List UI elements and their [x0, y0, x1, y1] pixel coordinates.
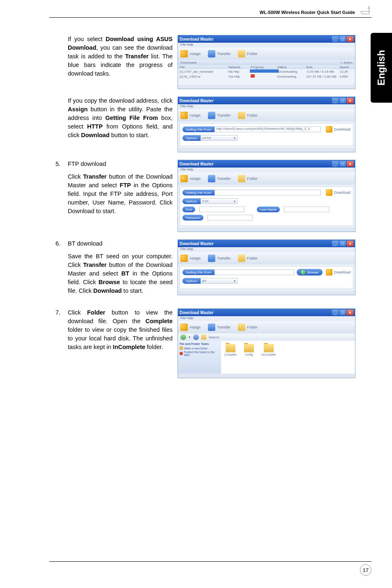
options-label: Options	[182, 278, 201, 284]
screenshot-bt: Download Master _□× File Help Assign Tra…	[178, 239, 355, 295]
back-icon[interactable]	[180, 334, 186, 340]
folder-icon	[244, 344, 254, 352]
folder-button[interactable]: Folder	[238, 175, 258, 182]
minimize-icon[interactable]: _	[332, 310, 339, 315]
screenshot-http-assign: Download Master _□× File Help Assign Tra…	[178, 96, 355, 152]
folder-complete[interactable]: Complete	[224, 344, 237, 370]
getting-file-label: Getting File From	[182, 126, 214, 132]
language-tab: English	[371, 33, 392, 103]
url-input[interactable]: http://dlsvr03.asus.com/pub/ASUS/wireles…	[214, 126, 321, 132]
options-label: Options	[182, 198, 201, 204]
task-item[interactable]: Make a new folder	[180, 347, 219, 350]
folder-icon	[238, 50, 245, 57]
language-label: English	[376, 50, 387, 86]
list-item-5-body: Click Transfer button of the Download Ma…	[68, 172, 173, 216]
page-number: 17	[360, 564, 371, 576]
close-icon[interactable]: ×	[347, 310, 353, 315]
password-label: Password	[182, 215, 203, 220]
up-folder-icon[interactable]	[201, 335, 206, 340]
folder-icon	[226, 344, 235, 352]
transfer-button[interactable]: Transfer	[208, 324, 231, 331]
assign-button[interactable]: Assign	[180, 324, 201, 331]
folder-button[interactable]: Folder	[238, 50, 258, 57]
folder-config[interactable]: config	[244, 344, 254, 370]
user-input[interactable]	[284, 207, 329, 212]
progress-bar	[251, 74, 255, 78]
transfer-button[interactable]: Transfer	[208, 112, 231, 119]
bt-input[interactable]	[214, 269, 294, 275]
folder-icon	[264, 344, 274, 352]
browse-button[interactable]: Browse	[297, 269, 323, 276]
close-icon[interactable]: ×	[347, 241, 353, 246]
progress-bar	[250, 69, 279, 73]
task-item[interactable]: Publish this folder to the Web	[180, 351, 219, 356]
port-label: Port	[182, 207, 195, 212]
getting-file-label: Getting File From	[182, 269, 214, 275]
status-bar	[178, 85, 355, 89]
explorer-nav: ▾ Search	[178, 333, 355, 341]
close-icon[interactable]: ×	[347, 161, 353, 167]
ftp-address-input[interactable]	[214, 190, 321, 195]
options-select[interactable]: BT▾	[201, 278, 238, 284]
screenshot-transfer-list: Download Master _ □ × File Help Assign T…	[178, 35, 355, 89]
close-icon[interactable]: ×	[347, 36, 353, 42]
maximize-icon[interactable]: □	[339, 36, 346, 42]
transfer-button[interactable]: Transfer	[208, 255, 231, 262]
download-button[interactable]: Download	[326, 126, 350, 133]
forward-icon[interactable]	[193, 334, 199, 340]
options-select[interactable]: HTTP▾	[201, 135, 238, 141]
folder-button[interactable]: Folder	[238, 112, 258, 119]
folder-tasks-panel: File and Folder Tasks Make a new folder …	[178, 341, 221, 374]
folder-incomplete[interactable]: InComplete	[261, 344, 276, 370]
footer-rule	[49, 561, 371, 562]
router-icon	[359, 3, 371, 16]
table-row: [2] fix_1383.raVia HttpDownloading227.37…	[178, 74, 355, 79]
minimize-icon[interactable]: _	[332, 241, 339, 246]
transfer-button[interactable]: Transfer	[208, 50, 231, 57]
header-rule	[49, 17, 371, 18]
user-label: User Name	[257, 207, 280, 212]
assign-button[interactable]: Assign	[180, 112, 201, 119]
assign-button[interactable]: Assign	[180, 50, 201, 57]
menu-bar: File Help	[178, 43, 355, 48]
paragraph-1: If you select Download using ASUS Downlo…	[68, 35, 173, 78]
options-select[interactable]: FTP▾	[201, 198, 238, 204]
password-input[interactable]	[208, 215, 253, 220]
folder-button[interactable]: Folder	[238, 324, 258, 331]
list-item-7: 7. Click Folder button to view the downl…	[55, 308, 173, 351]
folder-button[interactable]: Folder	[238, 255, 258, 262]
transfer-icon	[208, 50, 215, 57]
close-icon[interactable]: ×	[347, 98, 353, 103]
list-item-6: 6. BT download	[55, 239, 173, 248]
maximize-icon[interactable]: □	[339, 241, 346, 246]
assign-icon	[180, 50, 188, 57]
screenshot-folder: Download Master _□× File Help Assign Tra…	[178, 308, 355, 378]
port-input[interactable]	[199, 207, 244, 212]
assign-button[interactable]: Assign	[180, 175, 201, 182]
screenshot-ftp: Download Master _□× File Help Assign Tra…	[178, 160, 355, 232]
minimize-icon[interactable]: _	[332, 36, 339, 42]
maximize-icon[interactable]: □	[339, 98, 346, 103]
table-row: [1] 1707_ast_nenonateVia HttpDownloading…	[178, 69, 355, 74]
list-item-6-body: Save the BT seed on your computer. Click…	[68, 252, 173, 295]
toolbar: Assign Transfer Folder	[178, 48, 355, 60]
list-item-5: 5. FTP download	[55, 160, 173, 168]
paragraph-2: If you copy the download address, click …	[68, 96, 173, 140]
download-button[interactable]: Download	[326, 189, 350, 196]
transfer-button[interactable]: Transfer	[208, 175, 231, 182]
getting-file-label: Getting File From	[182, 190, 214, 195]
minimize-icon[interactable]: _	[332, 161, 339, 167]
maximize-icon[interactable]: □	[339, 161, 346, 167]
download-button[interactable]: Download	[326, 269, 350, 276]
header-title: WL-500W Wireless Router Quick Start Guid…	[260, 10, 355, 15]
minimize-icon[interactable]: _	[332, 98, 339, 103]
options-label: Options	[182, 135, 201, 141]
table-header: FileNetworkProgressStatusSizeSpeed	[178, 65, 355, 69]
assign-button[interactable]: Assign	[180, 255, 201, 262]
maximize-icon[interactable]: □	[339, 310, 346, 315]
window-controls: _ □ ×	[332, 36, 353, 42]
